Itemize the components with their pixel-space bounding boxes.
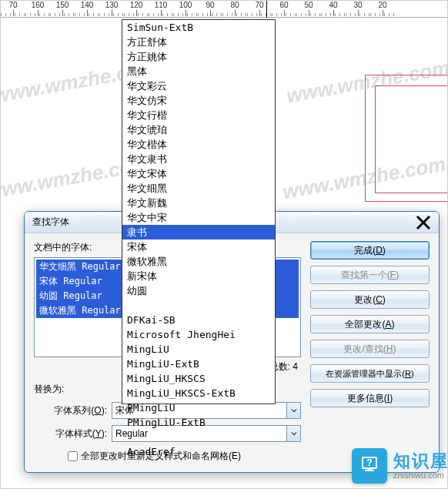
ruler-tick: 60 [272,1,296,9]
dialog-title: 查找字体 [32,216,69,229]
ruler-tick: 160 [25,1,50,9]
svg-rect-1 [367,468,372,470]
dropdown-item[interactable]: 方正姚体 [122,49,275,64]
ruler-tick: 30 [346,1,370,9]
ruler-tick: 70 [247,1,272,9]
brand-question-icon: ? [352,448,387,484]
font-family-label: 字体系列(O): [34,404,107,417]
dropdown-item[interactable]: DFKai-SB [122,313,275,327]
dropdown-item[interactable]: 幼圆 [122,283,275,298]
change-button[interactable]: 更改(C) [310,290,430,309]
dropdown-item[interactable]: 微软雅黑 [122,254,275,269]
horizontal-ruler: 701601501401301201101009080706050403020 [1,1,447,18]
ruler-guide [266,1,267,18]
dropdown-item[interactable]: 新宋体 [122,269,275,283]
dropdown-item[interactable]: 华文琥珀 [122,122,275,137]
dropdown-item[interactable]: MingLiU_HKSCS [122,371,275,386]
ruler-tick: 50 [296,1,321,9]
dropdown-item[interactable]: 隶书 [122,225,275,239]
ruler-tick: 110 [149,1,173,9]
svg-rect-2 [365,470,374,471]
ruler-tick: 140 [75,1,99,9]
dropdown-item[interactable]: SimSun-ExtB [122,20,275,35]
dropdown-item[interactable]: 华文中宋 [122,210,275,225]
change-all-button[interactable]: 全部更改(A) [310,315,430,333]
dropdown-item[interactable]: MingLiU_HKSCS-ExtB [122,386,275,400]
chevron-down-icon[interactable] [286,403,300,418]
dropdown-item[interactable]: 华文楷体 [122,137,275,152]
brand-name-cn: 知识屋 [393,452,448,471]
dropdown-item[interactable]: 华文宋体 [122,166,275,181]
redefine-styles-checkbox[interactable] [68,451,78,461]
ruler-tick: 70 [1,1,25,9]
dropdown-item[interactable]: PMingLiU [122,400,275,415]
dropdown-item[interactable]: MingLiU-ExtB [122,357,275,371]
dropdown-item[interactable]: 华文新魏 [122,196,275,210]
find-first-button[interactable]: 查找第一个(F) [310,266,430,284]
brand-logo: ? 知识屋 zhishiwu.com [352,448,448,484]
svg-text:?: ? [366,457,372,468]
ruler-tick: 130 [99,1,124,9]
more-info-button[interactable]: 更多信息(I) [310,389,430,407]
dropdown-item[interactable]: 华文仿宋 [122,93,275,108]
ruler-tick: 90 [198,1,222,9]
dropdown-item[interactable] [122,298,275,313]
ruler-tick: 120 [124,1,149,9]
change-find-button[interactable]: 更改/查找(H) [310,340,430,358]
ruler-tick: 80 [222,1,247,9]
dropdown-item[interactable]: MingLiU [122,342,275,357]
dropdown-item[interactable]: 华文行楷 [122,108,275,122]
dropdown-item[interactable]: AcadEref [122,444,275,459]
brand-name-en: zhishiwu.com [393,471,448,480]
font-family-dropdown[interactable]: SimSun-ExtB方正舒体方正姚体黑体华文彩云华文仿宋华文行楷华文琥珀华文楷… [122,19,276,404]
ruler-tick: 40 [321,1,346,9]
font-style-label: 字体样式(Y): [34,427,107,440]
ruler-tick: 20 [370,1,395,9]
chevron-down-icon[interactable] [286,426,300,441]
dropdown-item[interactable]: 黑体 [122,64,275,79]
ruler-tick: 150 [50,1,75,9]
dropdown-item[interactable]: Microsoft JhengHei [122,327,275,342]
reveal-button[interactable]: 在资源管理器中显示(R) [310,364,430,383]
ruler-tick: 100 [173,1,198,9]
dropdown-item[interactable]: 宋体 [122,239,275,254]
dropdown-item[interactable]: 华文彩云 [122,79,275,93]
close-icon[interactable] [416,216,431,229]
dropdown-item[interactable]: 华文隶书 [122,152,275,166]
dropdown-item[interactable]: PMingLiU-ExtB [122,415,275,430]
dropdown-item[interactable]: 方正舒体 [122,35,275,49]
canvas-rect-inner [375,85,448,193]
done-button[interactable]: 完成(D) [310,241,430,260]
dropdown-item[interactable]: 华文细黑 [122,181,275,196]
dropdown-item[interactable] [122,430,275,444]
